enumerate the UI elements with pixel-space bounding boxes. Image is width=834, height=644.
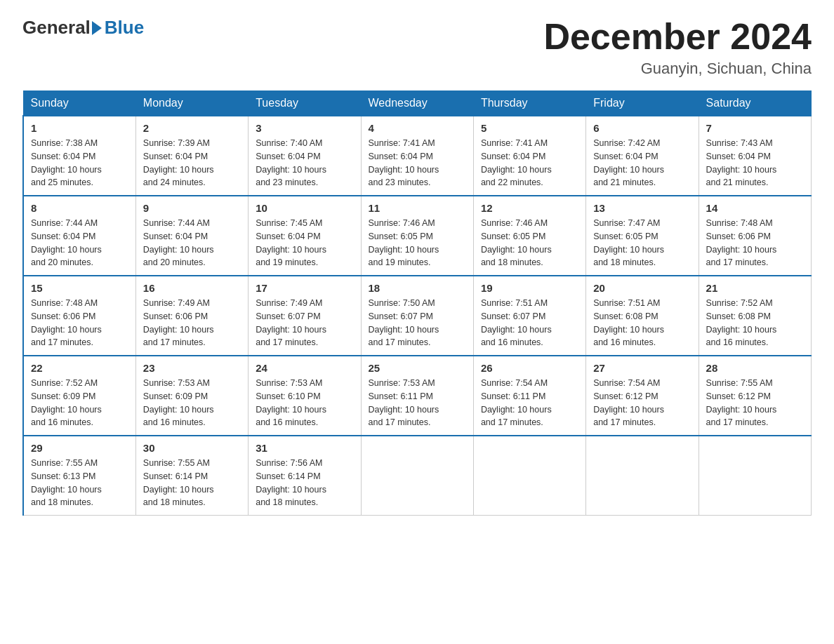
logo: General Blue <box>22 17 144 39</box>
calendar-day-cell: 14Sunrise: 7:48 AMSunset: 6:06 PMDayligh… <box>699 196 811 276</box>
day-info: Sunrise: 7:38 AMSunset: 6:04 PMDaylight:… <box>31 137 128 189</box>
day-info: Sunrise: 7:48 AMSunset: 6:06 PMDaylight:… <box>706 217 804 269</box>
day-info: Sunrise: 7:47 AMSunset: 6:05 PMDaylight:… <box>593 217 691 269</box>
day-number: 22 <box>31 362 128 374</box>
calendar-day-cell: 8Sunrise: 7:44 AMSunset: 6:04 PMDaylight… <box>23 196 135 276</box>
weekday-header-thursday: Thursday <box>473 91 585 116</box>
day-number: 3 <box>256 122 353 134</box>
day-number: 9 <box>143 202 241 214</box>
calendar-day-cell <box>473 436 585 516</box>
calendar-day-cell: 9Sunrise: 7:44 AMSunset: 6:04 PMDaylight… <box>135 196 248 276</box>
calendar-day-cell: 20Sunrise: 7:51 AMSunset: 6:08 PMDayligh… <box>586 276 699 356</box>
day-info: Sunrise: 7:44 AMSunset: 6:04 PMDaylight:… <box>31 217 128 269</box>
day-info: Sunrise: 7:51 AMSunset: 6:07 PMDaylight:… <box>481 297 578 349</box>
day-info: Sunrise: 7:55 AMSunset: 6:12 PMDaylight:… <box>706 377 804 429</box>
day-number: 14 <box>706 202 804 214</box>
day-info: Sunrise: 7:44 AMSunset: 6:04 PMDaylight:… <box>143 217 241 269</box>
calendar-day-cell: 11Sunrise: 7:46 AMSunset: 6:05 PMDayligh… <box>361 196 473 276</box>
calendar-day-cell <box>361 436 473 516</box>
weekday-header-row: SundayMondayTuesdayWednesdayThursdayFrid… <box>23 91 812 116</box>
day-info: Sunrise: 7:49 AMSunset: 6:06 PMDaylight:… <box>143 297 241 349</box>
calendar-day-cell: 23Sunrise: 7:53 AMSunset: 6:09 PMDayligh… <box>135 356 248 436</box>
calendar-table: SundayMondayTuesdayWednesdayThursdayFrid… <box>22 90 812 516</box>
calendar-day-cell: 24Sunrise: 7:53 AMSunset: 6:10 PMDayligh… <box>249 356 361 436</box>
day-info: Sunrise: 7:48 AMSunset: 6:06 PMDaylight:… <box>31 297 128 349</box>
weekday-header-sunday: Sunday <box>23 91 135 116</box>
day-number: 25 <box>369 362 466 374</box>
calendar-day-cell: 29Sunrise: 7:55 AMSunset: 6:13 PMDayligh… <box>23 436 135 516</box>
day-number: 29 <box>31 442 128 454</box>
logo-blue: Blue <box>105 17 144 39</box>
day-number: 23 <box>143 362 241 374</box>
calendar-day-cell: 30Sunrise: 7:55 AMSunset: 6:14 PMDayligh… <box>135 436 248 516</box>
calendar-day-cell: 12Sunrise: 7:46 AMSunset: 6:05 PMDayligh… <box>473 196 585 276</box>
calendar-week-row: 15Sunrise: 7:48 AMSunset: 6:06 PMDayligh… <box>23 276 812 356</box>
day-info: Sunrise: 7:55 AMSunset: 6:14 PMDaylight:… <box>143 457 241 509</box>
day-info: Sunrise: 7:54 AMSunset: 6:12 PMDaylight:… <box>593 377 691 429</box>
day-info: Sunrise: 7:55 AMSunset: 6:13 PMDaylight:… <box>31 457 128 509</box>
day-number: 12 <box>481 202 578 214</box>
calendar-day-cell: 16Sunrise: 7:49 AMSunset: 6:06 PMDayligh… <box>135 276 248 356</box>
day-info: Sunrise: 7:52 AMSunset: 6:08 PMDaylight:… <box>706 297 804 349</box>
logo-triangle-icon <box>92 21 102 35</box>
weekday-header-saturday: Saturday <box>699 91 811 116</box>
weekday-header-tuesday: Tuesday <box>249 91 361 116</box>
calendar-day-cell: 17Sunrise: 7:49 AMSunset: 6:07 PMDayligh… <box>249 276 361 356</box>
calendar-day-cell: 19Sunrise: 7:51 AMSunset: 6:07 PMDayligh… <box>473 276 585 356</box>
weekday-header-friday: Friday <box>586 91 699 116</box>
calendar-day-cell: 10Sunrise: 7:45 AMSunset: 6:04 PMDayligh… <box>249 196 361 276</box>
month-year-title: December 2024 <box>543 17 812 57</box>
calendar-day-cell: 21Sunrise: 7:52 AMSunset: 6:08 PMDayligh… <box>699 276 811 356</box>
day-info: Sunrise: 7:52 AMSunset: 6:09 PMDaylight:… <box>31 377 128 429</box>
day-number: 18 <box>369 282 466 294</box>
calendar-week-row: 8Sunrise: 7:44 AMSunset: 6:04 PMDaylight… <box>23 196 812 276</box>
logo-general: General <box>22 17 91 39</box>
calendar-day-cell: 28Sunrise: 7:55 AMSunset: 6:12 PMDayligh… <box>699 356 811 436</box>
day-info: Sunrise: 7:46 AMSunset: 6:05 PMDaylight:… <box>369 217 466 269</box>
day-number: 5 <box>481 122 578 134</box>
calendar-week-row: 29Sunrise: 7:55 AMSunset: 6:13 PMDayligh… <box>23 436 812 516</box>
calendar-day-cell: 25Sunrise: 7:53 AMSunset: 6:11 PMDayligh… <box>361 356 473 436</box>
day-number: 2 <box>143 122 241 134</box>
day-info: Sunrise: 7:41 AMSunset: 6:04 PMDaylight:… <box>369 137 466 189</box>
day-number: 27 <box>593 362 691 374</box>
day-number: 4 <box>369 122 466 134</box>
day-number: 6 <box>593 122 691 134</box>
day-number: 26 <box>481 362 578 374</box>
calendar-day-cell: 13Sunrise: 7:47 AMSunset: 6:05 PMDayligh… <box>586 196 699 276</box>
calendar-day-cell <box>586 436 699 516</box>
day-number: 17 <box>256 282 353 294</box>
calendar-day-cell: 3Sunrise: 7:40 AMSunset: 6:04 PMDaylight… <box>249 116 361 196</box>
day-number: 19 <box>481 282 578 294</box>
calendar-day-cell: 15Sunrise: 7:48 AMSunset: 6:06 PMDayligh… <box>23 276 135 356</box>
day-info: Sunrise: 7:43 AMSunset: 6:04 PMDaylight:… <box>706 137 804 189</box>
header: General Blue December 2024 Guanyin, Sich… <box>22 17 812 78</box>
day-info: Sunrise: 7:41 AMSunset: 6:04 PMDaylight:… <box>481 137 578 189</box>
calendar-day-cell <box>699 436 811 516</box>
calendar-day-cell: 5Sunrise: 7:41 AMSunset: 6:04 PMDaylight… <box>473 116 585 196</box>
day-number: 24 <box>256 362 353 374</box>
day-number: 20 <box>593 282 691 294</box>
calendar-day-cell: 7Sunrise: 7:43 AMSunset: 6:04 PMDaylight… <box>699 116 811 196</box>
day-number: 8 <box>31 202 128 214</box>
day-info: Sunrise: 7:53 AMSunset: 6:09 PMDaylight:… <box>143 377 241 429</box>
title-area: December 2024 Guanyin, Sichuan, China <box>543 17 812 78</box>
calendar-day-cell: 1Sunrise: 7:38 AMSunset: 6:04 PMDaylight… <box>23 116 135 196</box>
day-number: 11 <box>369 202 466 214</box>
calendar-week-row: 1Sunrise: 7:38 AMSunset: 6:04 PMDaylight… <box>23 116 812 196</box>
calendar-day-cell: 26Sunrise: 7:54 AMSunset: 6:11 PMDayligh… <box>473 356 585 436</box>
calendar-week-row: 22Sunrise: 7:52 AMSunset: 6:09 PMDayligh… <box>23 356 812 436</box>
day-info: Sunrise: 7:54 AMSunset: 6:11 PMDaylight:… <box>481 377 578 429</box>
calendar-day-cell: 22Sunrise: 7:52 AMSunset: 6:09 PMDayligh… <box>23 356 135 436</box>
day-info: Sunrise: 7:51 AMSunset: 6:08 PMDaylight:… <box>593 297 691 349</box>
day-info: Sunrise: 7:53 AMSunset: 6:10 PMDaylight:… <box>256 377 353 429</box>
calendar-day-cell: 4Sunrise: 7:41 AMSunset: 6:04 PMDaylight… <box>361 116 473 196</box>
weekday-header-wednesday: Wednesday <box>361 91 473 116</box>
calendar-day-cell: 6Sunrise: 7:42 AMSunset: 6:04 PMDaylight… <box>586 116 699 196</box>
day-number: 16 <box>143 282 241 294</box>
day-info: Sunrise: 7:53 AMSunset: 6:11 PMDaylight:… <box>369 377 466 429</box>
day-info: Sunrise: 7:49 AMSunset: 6:07 PMDaylight:… <box>256 297 353 349</box>
day-number: 31 <box>256 442 353 454</box>
day-number: 30 <box>143 442 241 454</box>
weekday-header-monday: Monday <box>135 91 248 116</box>
